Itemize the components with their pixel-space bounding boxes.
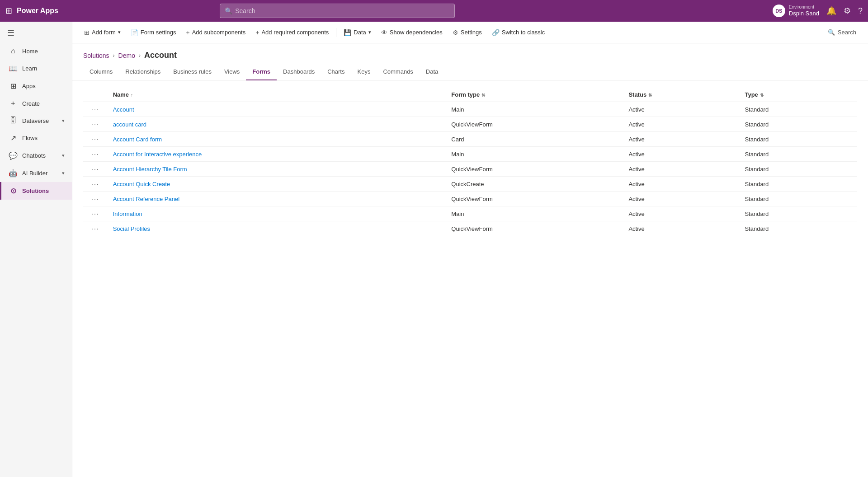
switch-classic-button[interactable]: 🔗 Switch to classic: [487, 26, 549, 39]
tab-commands[interactable]: Commands: [377, 64, 419, 80]
sidebar-item-solutions[interactable]: ⊙ Solutions: [0, 182, 72, 200]
table-row: ···Account for Interactive experienceMai…: [83, 147, 857, 162]
row-menu-icon-1[interactable]: ···: [89, 120, 102, 129]
search-icon: 🔍: [225, 7, 232, 14]
row-type-7: Standard: [739, 206, 857, 221]
toolbar-search-right[interactable]: 🔍 Search: [823, 26, 861, 38]
row-menu-1[interactable]: ···: [83, 117, 108, 132]
col-header-form-type[interactable]: Form type⇅: [446, 88, 623, 102]
table-row: ···account cardQuickViewFormActiveStanda…: [83, 117, 857, 132]
row-name-3[interactable]: Account for Interactive experience: [108, 147, 446, 162]
row-type-5: Standard: [739, 177, 857, 192]
row-menu-icon-6[interactable]: ···: [89, 194, 102, 203]
row-form-type-8: QuickViewForm: [446, 221, 623, 236]
col-header-name[interactable]: Name↑: [108, 88, 446, 102]
col-menu-header: [83, 88, 108, 102]
row-menu-0[interactable]: ···: [83, 102, 108, 117]
sort-icon-status: ⇅: [648, 93, 652, 98]
tab-keys[interactable]: Keys: [351, 64, 377, 80]
add-required-icon: +: [255, 29, 259, 36]
tab-data[interactable]: Data: [420, 64, 444, 80]
add-form-arrow: ▾: [118, 29, 121, 35]
row-menu-2[interactable]: ···: [83, 132, 108, 147]
waffle-icon[interactable]: ⊞: [5, 6, 12, 16]
row-menu-3[interactable]: ···: [83, 147, 108, 162]
row-status-4: Active: [623, 162, 739, 177]
form-settings-icon: 📄: [131, 29, 138, 36]
row-menu-icon-3[interactable]: ···: [89, 150, 102, 159]
col-header-status[interactable]: Status⇅: [623, 88, 739, 102]
row-menu-icon-2[interactable]: ···: [89, 135, 102, 144]
tab-relationships[interactable]: Relationships: [119, 64, 167, 80]
tab-views[interactable]: Views: [218, 64, 246, 80]
row-form-type-1: QuickViewForm: [446, 117, 623, 132]
sidebar-item-apps[interactable]: ⊞ Apps: [0, 77, 72, 95]
row-name-1[interactable]: account card: [108, 117, 446, 132]
hamburger-menu[interactable]: ☰: [0, 23, 72, 42]
row-menu-icon-5[interactable]: ···: [89, 179, 102, 188]
row-type-8: Standard: [739, 221, 857, 236]
settings-icon[interactable]: ⚙: [844, 6, 851, 16]
row-name-5[interactable]: Account Quick Create: [108, 177, 446, 192]
breadcrumb-demo[interactable]: Demo: [118, 52, 135, 59]
add-form-button[interactable]: ⊞ Add form ▾: [80, 26, 125, 39]
row-menu-7[interactable]: ···: [83, 206, 108, 221]
global-search-input[interactable]: [235, 7, 450, 14]
notification-icon[interactable]: 🔔: [826, 6, 836, 16]
row-form-type-2: Card: [446, 132, 623, 147]
add-required-components-button[interactable]: + Add required components: [251, 26, 333, 39]
row-menu-icon-7[interactable]: ···: [89, 209, 102, 218]
data-arrow: ▾: [368, 29, 371, 35]
sidebar-item-create[interactable]: + Create: [0, 95, 72, 112]
tab-forms[interactable]: Forms: [246, 64, 277, 80]
tab-charts[interactable]: Charts: [321, 64, 351, 80]
row-form-type-3: Main: [446, 147, 623, 162]
sidebar-item-home[interactable]: ⌂ Home: [0, 42, 72, 60]
sidebar-item-flows[interactable]: ↗ Flows: [0, 129, 72, 147]
sidebar-item-dataverse[interactable]: 🗄 Dataverse ▾: [0, 112, 72, 129]
row-status-2: Active: [623, 132, 739, 147]
show-dependencies-button[interactable]: 👁 Show dependencies: [377, 26, 447, 39]
sidebar-label-home: Home: [22, 48, 38, 55]
settings-label: Settings: [461, 29, 482, 36]
form-settings-button[interactable]: 📄 Form settings: [126, 26, 181, 39]
tab-columns[interactable]: Columns: [83, 64, 119, 80]
row-name-2[interactable]: Account Card form: [108, 132, 446, 147]
data-button[interactable]: 💾 Data ▾: [339, 26, 375, 39]
sidebar-item-learn[interactable]: 📖 Learn: [0, 60, 72, 77]
main-layout: ☰ ⌂ Home 📖 Learn ⊞ Apps + Create 🗄 Datav…: [0, 22, 868, 477]
show-dep-label: Show dependencies: [390, 29, 443, 36]
sidebar-item-ai-builder[interactable]: 🤖 AI Builder ▾: [0, 164, 72, 182]
row-form-type-7: Main: [446, 206, 623, 221]
row-menu-6[interactable]: ···: [83, 192, 108, 206]
row-menu-8[interactable]: ···: [83, 221, 108, 236]
tab-dashboards[interactable]: Dashboards: [277, 64, 321, 80]
row-menu-4[interactable]: ···: [83, 162, 108, 177]
global-search-box[interactable]: 🔍: [220, 4, 455, 18]
row-menu-icon-8[interactable]: ···: [89, 224, 102, 233]
row-name-6[interactable]: Account Reference Panel: [108, 192, 446, 206]
row-name-4[interactable]: Account Hierarchy Tile Form: [108, 162, 446, 177]
breadcrumb-sep-2: ›: [139, 52, 141, 59]
settings-button[interactable]: ⚙ Settings: [448, 26, 486, 39]
help-icon[interactable]: ?: [858, 6, 863, 16]
row-name-8[interactable]: Social Profiles: [108, 221, 446, 236]
breadcrumb-solutions[interactable]: Solutions: [83, 52, 109, 59]
row-menu-icon-4[interactable]: ···: [89, 164, 102, 173]
row-menu-icon-0[interactable]: ···: [89, 105, 102, 114]
col-header-type[interactable]: Type⇅: [739, 88, 857, 102]
tab-business-rules[interactable]: Business rules: [167, 64, 218, 80]
breadcrumb: Solutions › Demo › Account: [72, 43, 868, 64]
row-status-5: Active: [623, 177, 739, 192]
data-label: Data: [354, 29, 366, 36]
row-name-7[interactable]: Information: [108, 206, 446, 221]
chatbots-expand-icon: ▾: [62, 153, 65, 159]
table-row: ···Account Hierarchy Tile FormQuickViewF…: [83, 162, 857, 177]
row-name-0[interactable]: Account: [108, 102, 446, 117]
top-bar-left: ⊞ Power Apps: [5, 6, 58, 16]
row-status-3: Active: [623, 147, 739, 162]
row-menu-5[interactable]: ···: [83, 177, 108, 192]
add-subcomponents-button[interactable]: + Add subcomponents: [182, 26, 250, 39]
sidebar-item-chatbots[interactable]: 💬 Chatbots ▾: [0, 147, 72, 164]
row-type-3: Standard: [739, 147, 857, 162]
